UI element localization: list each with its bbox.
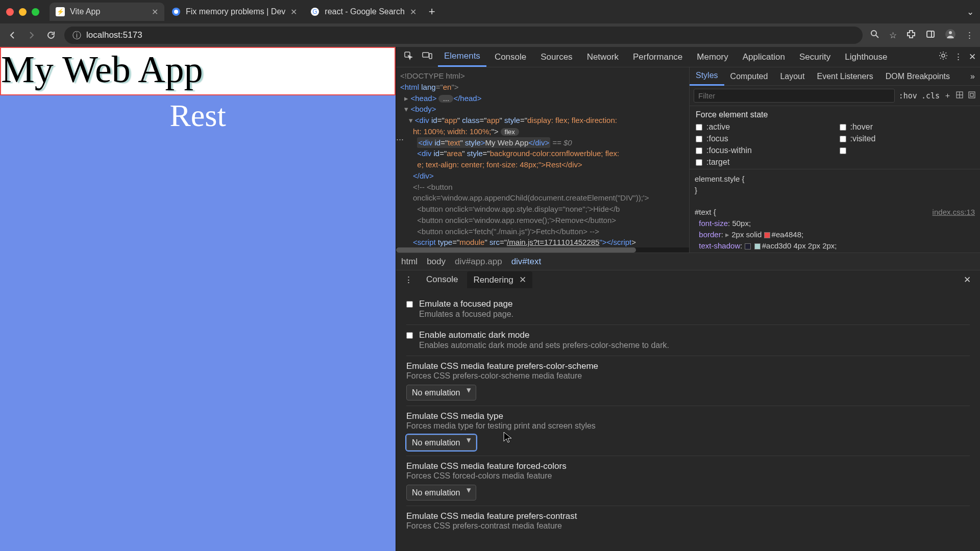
- flex-badge[interactable]: flex: [501, 128, 519, 136]
- devtools-drawer: ⋮ Console Rendering ✕ ✕ Emulate a focuse…: [396, 270, 980, 551]
- tab-styles[interactable]: Styles: [690, 67, 724, 86]
- state-focus-within[interactable]: :focus-within: [696, 146, 830, 155]
- crumb-app[interactable]: div#app.app: [455, 257, 502, 267]
- prefers-color-scheme-select[interactable]: No emulation: [406, 385, 476, 400]
- styles-filter-input[interactable]: [694, 89, 895, 103]
- crumb-text[interactable]: div#text: [511, 257, 542, 267]
- devtools-main: ⋯ <!DOCTYPE html> <html lang="en"> ▸ <he…: [396, 67, 980, 253]
- tab-performance[interactable]: Performance: [627, 48, 689, 66]
- svg-rect-10: [429, 54, 432, 59]
- state-hover[interactable]: :hover: [840, 122, 974, 132]
- tab-strip: ⚡ Vite App ✕ Fix memory problems | Dev ✕…: [0, 0, 980, 23]
- tab-memory[interactable]: Memory: [691, 48, 734, 66]
- tab-layout[interactable]: Layout: [774, 68, 811, 85]
- cls-toggle[interactable]: .cls: [921, 91, 940, 101]
- more-tabs-icon[interactable]: »: [965, 72, 980, 81]
- tab-title: Vite App: [70, 7, 100, 16]
- computed-toggle-icon[interactable]: [955, 91, 964, 101]
- tab-application[interactable]: Application: [737, 48, 791, 66]
- extensions-icon[interactable]: [906, 29, 916, 42]
- close-rendering-tab-icon[interactable]: ✕: [517, 275, 526, 285]
- site-info-icon[interactable]: ⓘ: [72, 30, 81, 41]
- tab-event-listeners[interactable]: Event Listeners: [811, 68, 879, 85]
- device-toggle-icon[interactable]: [419, 51, 436, 63]
- css-rules[interactable]: element.style { } #text {index.css:13 fo…: [690, 169, 980, 253]
- hov-toggle[interactable]: :hov: [899, 91, 917, 101]
- prefers-contrast-label: Emulate CSS media feature prefers-contra…: [406, 511, 970, 521]
- color-swatch-icon[interactable]: [754, 243, 761, 249]
- page-area: Rest: [0, 95, 396, 551]
- reload-button[interactable]: [45, 30, 57, 40]
- back-button[interactable]: [6, 30, 18, 40]
- crumb-html[interactable]: html: [401, 257, 418, 267]
- emulate-focused-page[interactable]: Emulate a focused pageEmulates a focused…: [406, 299, 970, 319]
- close-tab-icon[interactable]: ✕: [290, 7, 297, 17]
- bookmark-icon[interactable]: ☆: [889, 30, 897, 41]
- svg-rect-9: [423, 53, 429, 57]
- styles-filter-row: :hov .cls ＋: [690, 86, 980, 106]
- dom-tree[interactable]: ⋯ <!DOCTYPE html> <html lang="en"> ▸ <he…: [396, 67, 689, 253]
- tab-computed[interactable]: Computed: [724, 68, 774, 85]
- forced-colors-select[interactable]: No emulation: [406, 485, 476, 500]
- svg-text:G: G: [313, 8, 317, 15]
- crumb-body[interactable]: body: [427, 257, 446, 267]
- close-drawer-icon[interactable]: ✕: [959, 274, 976, 285]
- new-tab-button[interactable]: +: [424, 5, 440, 18]
- maximize-window-icon[interactable]: [32, 8, 39, 16]
- state-focus[interactable]: :focus: [696, 134, 830, 143]
- tab-devdocs[interactable]: Fix memory problems | Dev ✕: [165, 3, 303, 21]
- tab-console[interactable]: Console: [488, 48, 532, 66]
- menu-icon[interactable]: ⋮: [965, 30, 974, 41]
- vite-favicon-icon: ⚡: [56, 7, 65, 16]
- selected-dom-node[interactable]: <div id="text" style>My Web App</div>: [417, 137, 550, 148]
- more-icon[interactable]: ⋮: [954, 52, 963, 62]
- tab-vite-app[interactable]: ⚡ Vite App ✕: [50, 3, 164, 21]
- new-style-rule-icon[interactable]: ＋: [944, 91, 951, 101]
- profile-icon[interactable]: [945, 29, 956, 42]
- box-model-icon[interactable]: [968, 91, 976, 101]
- close-devtools-icon[interactable]: ✕: [969, 52, 976, 62]
- state-focus-visible[interactable]: [840, 146, 974, 155]
- tab-network[interactable]: Network: [581, 48, 625, 66]
- drawer-menu-icon[interactable]: ⋮: [400, 274, 417, 285]
- svg-rect-5: [927, 31, 934, 37]
- force-state-header: Force element state: [696, 110, 974, 119]
- sidepanel-icon[interactable]: [925, 29, 936, 42]
- state-visited[interactable]: :visited: [840, 134, 974, 143]
- close-window-icon[interactable]: [6, 8, 14, 16]
- settings-icon[interactable]: [939, 51, 948, 63]
- svg-rect-13: [969, 92, 975, 98]
- expand-tabs-icon[interactable]: ⌄: [967, 7, 974, 17]
- tab-title: react - Google Search: [325, 7, 405, 16]
- svg-point-11: [942, 54, 945, 57]
- drawer-tab-console[interactable]: Console: [420, 271, 464, 288]
- minimize-window-icon[interactable]: [19, 8, 27, 16]
- state-target[interactable]: :target: [696, 158, 830, 167]
- tab-lighthouse[interactable]: Lighthouse: [839, 48, 893, 66]
- ellipsis-icon[interactable]: ⋯: [396, 134, 404, 145]
- media-type-label: Emulate CSS media type: [406, 411, 970, 421]
- color-swatch-icon[interactable]: [764, 232, 770, 238]
- close-tab-icon[interactable]: ✕: [410, 7, 416, 17]
- media-type-select[interactable]: No emulation: [406, 435, 476, 450]
- forced-colors-label: Emulate CSS media feature forced-colors: [406, 461, 970, 471]
- force-element-state: Force element state :active :hover :focu…: [690, 106, 980, 169]
- close-tab-icon[interactable]: ✕: [152, 7, 158, 17]
- tab-elements[interactable]: Elements: [438, 47, 486, 67]
- address-bar[interactable]: ⓘ localhost:5173: [64, 27, 863, 44]
- zoom-icon[interactable]: [870, 29, 880, 42]
- state-active[interactable]: :active: [696, 122, 830, 132]
- enable-auto-dark-mode[interactable]: Enable automatic dark modeEnables automa…: [406, 330, 970, 350]
- rendering-panel[interactable]: Emulate a focused pageEmulates a focused…: [396, 289, 980, 551]
- horizontal-scrollbar[interactable]: [396, 247, 689, 253]
- devtools: Elements Console Sources Network Perform…: [396, 47, 980, 551]
- inspect-icon[interactable]: [400, 51, 416, 63]
- forward-button[interactable]: [26, 30, 38, 40]
- shadow-swatch-icon[interactable]: [745, 243, 751, 249]
- tab-google[interactable]: G react - Google Search ✕: [304, 3, 423, 21]
- tab-sources[interactable]: Sources: [534, 48, 578, 66]
- tab-security[interactable]: Security: [793, 48, 837, 66]
- source-link[interactable]: index.css:13: [933, 207, 975, 218]
- tab-dom-breakpoints[interactable]: DOM Breakpoints: [879, 68, 956, 85]
- drawer-tab-rendering[interactable]: Rendering ✕: [467, 271, 532, 288]
